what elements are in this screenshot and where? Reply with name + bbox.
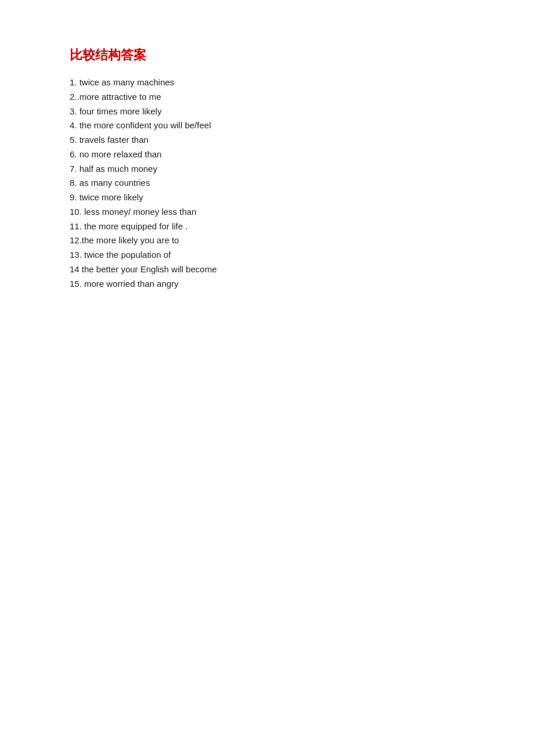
list-item: 5. travels faster than [70, 133, 464, 147]
list-item: 2..more attractive to me [70, 90, 464, 105]
list-item: 3. four times more likely [70, 105, 464, 119]
list-item: 13. twice the population of [70, 248, 464, 262]
page-container: 比较结构答案 1. twice as many machines 2..more… [0, 0, 534, 337]
list-item: 14 the better your English will become [70, 262, 464, 277]
list-item: 9. twice more likely [70, 190, 464, 205]
list-item: 8. as many countries [70, 176, 464, 190]
list-item: 11. the more equipped for life . [70, 219, 464, 234]
list-item: 10. less money/ money less than [70, 205, 464, 219]
list-item: 4. the more confident you will be/feel [70, 118, 464, 133]
list-item: 1. twice as many machines [70, 75, 464, 90]
list-item: 6. no more relaxed than [70, 147, 464, 162]
answer-list: 1. twice as many machines 2..more attrac… [70, 75, 464, 291]
page-title: 比较结构答案 [70, 46, 464, 64]
list-item: 7. half as much money [70, 162, 464, 177]
list-item: 15. more worried than angry [70, 277, 464, 291]
list-item: 12.the more likely you are to [70, 233, 464, 248]
